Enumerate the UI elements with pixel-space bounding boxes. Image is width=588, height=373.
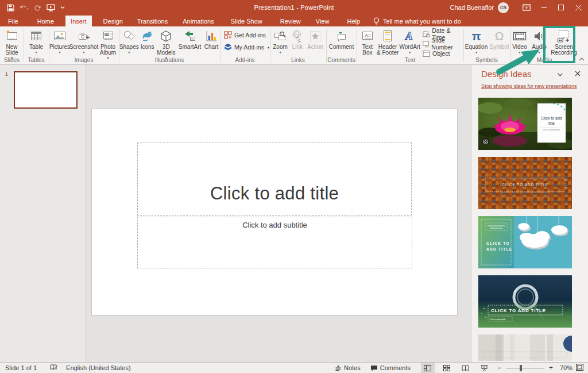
tab-view[interactable]: View — [311, 16, 335, 26]
group-label-images: Images — [49, 57, 119, 63]
fit-slide-icon[interactable] — [576, 364, 583, 372]
3d-models-button[interactable]: 3D Models ▾ — [156, 28, 177, 60]
wordart-button[interactable]: A WordArt ▾ — [399, 28, 420, 54]
tab-transitions[interactable]: Transitions — [132, 16, 173, 26]
language-status[interactable]: English (United States) — [66, 364, 131, 371]
icons-button[interactable]: Icons — [140, 28, 156, 50]
screenshot-button[interactable]: Screenshot ▾ — [71, 28, 97, 54]
tell-me-box[interactable]: Tell me what you want to do — [373, 16, 461, 26]
smartart-button[interactable]: SmartArt — [177, 28, 203, 50]
design-idea-water-lily[interactable]: Click to add title Click to add subtitle — [478, 98, 572, 150]
tab-design[interactable]: Design — [98, 16, 128, 26]
tab-insert[interactable]: Insert — [65, 16, 92, 26]
my-addins-button[interactable]: My Add-ins ▾ — [224, 43, 269, 51]
zoom-out-icon[interactable]: − — [497, 365, 501, 371]
stop-showing-ideas-link[interactable]: Stop showing ideas for new presentations — [481, 83, 577, 89]
subtitle-placeholder[interactable]: Click to add subtitle — [137, 217, 412, 268]
title-placeholder[interactable]: Click to add title — [137, 143, 412, 216]
slide-counter[interactable]: Slide 1 of 1 — [5, 364, 37, 371]
new-slide-button[interactable]: New Slide ▾ — [1, 28, 24, 60]
comment-icon — [335, 29, 349, 43]
comments-button[interactable]: Comments — [370, 364, 411, 371]
svg-text:title: title — [548, 121, 555, 125]
wordart-icon: A — [403, 29, 417, 43]
object-button[interactable]: Object — [423, 49, 463, 57]
slide-show-view-button[interactable] — [478, 363, 492, 373]
ribbon-tabs: File Home Insert Design Transitions Anim… — [0, 16, 588, 26]
my-addins-icon — [224, 43, 232, 51]
design-ideas-menu-chevron-icon[interactable] — [558, 72, 563, 78]
equation-button[interactable]: π Equation ▾ — [464, 28, 489, 54]
comment-button[interactable]: Comment — [328, 28, 355, 50]
avatar[interactable]: CB — [498, 2, 509, 13]
tab-home[interactable]: Home — [32, 16, 59, 26]
tab-review[interactable]: Review — [275, 16, 306, 26]
group-label-illustrations: Illustrations — [119, 57, 220, 63]
user-name[interactable]: Chad Buenaflor — [450, 4, 494, 11]
collapse-ribbon-icon[interactable] — [579, 56, 585, 62]
ribbon-group-text: A Text Box Header & Footer A WordArt ▾ D… — [357, 26, 463, 64]
zoom-in-icon[interactable]: + — [549, 365, 553, 371]
design-idea-orange-mosaic[interactable]: CLICK TO ADD TITLE — [478, 157, 572, 209]
ribbon-group-comments: Comment Comments — [326, 26, 357, 64]
zoom-slider-thumb[interactable] — [520, 365, 522, 371]
symbol-button: Ω Symbol — [489, 28, 510, 50]
design-ideas-close-icon[interactable] — [575, 70, 581, 78]
header-footer-icon — [381, 29, 394, 43]
photo-album-button[interactable]: Photo Album ▾ — [97, 28, 119, 60]
design-ideas-panel: Design Ideas Stop showing ideas for new … — [471, 65, 588, 362]
equation-pi-icon: π — [471, 29, 481, 43]
accessibility-check-icon[interactable] — [50, 364, 57, 372]
design-idea-paper-clouds[interactable]: CLICK TO ADD TITLE — [478, 216, 572, 268]
dropdown-arrow: ▾ — [279, 51, 281, 54]
text-box-button[interactable]: A Text Box — [359, 28, 376, 56]
ribbon-group-addins: Get Add-ins My Add-ins ▾ Add-ins — [220, 26, 270, 64]
3d-models-icon — [159, 29, 173, 43]
notes-button[interactable]: Notes — [335, 364, 361, 371]
get-addins-button[interactable]: Get Add-ins — [224, 31, 266, 39]
shapes-button[interactable]: Shapes ▾ — [119, 28, 140, 54]
tab-file[interactable]: File — [2, 16, 25, 26]
reading-view-button[interactable] — [459, 363, 473, 373]
title-bar: Presentation1 - PowerPoint Chad Buenaflo… — [0, 0, 588, 16]
slide-sorter-view-button[interactable] — [440, 363, 454, 373]
slide-thumbnail[interactable] — [14, 71, 78, 109]
zoom-level[interactable]: 70% — [553, 364, 572, 371]
date-time-icon — [423, 30, 430, 38]
notes-icon — [335, 365, 342, 371]
table-icon — [29, 29, 43, 43]
maximize-button[interactable] — [552, 0, 570, 15]
slide-show-icon — [481, 365, 488, 371]
zoom-button[interactable]: Zoom ▾ — [271, 28, 289, 54]
tab-help[interactable]: Help — [342, 16, 365, 26]
ribbon-display-options-icon[interactable] — [518, 0, 535, 15]
dropdown-arrow: ▾ — [83, 51, 84, 54]
close-button[interactable] — [570, 0, 587, 15]
design-idea-ocean-circle[interactable]: CLICK TO ADD TITLE Click to add subtitle — [478, 275, 572, 328]
tab-slide-show[interactable]: Slide Show — [226, 16, 268, 26]
svg-text:#: # — [426, 45, 427, 47]
ribbon-group-illustrations: Shapes ▾ Icons 3D Models ▾ SmartArt — [119, 26, 220, 64]
slide-number-button[interactable]: # Slide Number — [423, 40, 463, 48]
get-addins-icon — [224, 31, 232, 39]
photo-album-icon — [101, 29, 115, 43]
tell-me-label: Tell me what you want to do — [383, 18, 461, 25]
dropdown-arrow: ▾ — [538, 51, 540, 54]
header-footer-button[interactable]: Header & Footer — [376, 28, 400, 56]
pictures-button[interactable]: Pictures ▾ — [49, 28, 71, 54]
slide-editing-surface[interactable]: Click to add title Click to add subtitle — [92, 109, 457, 315]
normal-view-button[interactable] — [421, 363, 435, 373]
chart-button[interactable]: Chart — [203, 28, 220, 50]
table-button[interactable]: Table ▾ — [25, 28, 48, 54]
ribbon: New Slide ▾ Slides Table ▾ Tables — [0, 26, 588, 65]
design-idea-gray-texture[interactable] — [478, 334, 572, 361]
ribbon-group-images: Pictures ▾ Screenshot ▾ Photo Album ▾ Im… — [49, 26, 119, 64]
tab-animations[interactable]: Animations — [177, 16, 219, 26]
action-button: Action — [305, 28, 325, 50]
video-button[interactable]: Video ▾ — [510, 28, 529, 54]
minimize-button[interactable] — [535, 0, 552, 15]
zoom-slider-track[interactable] — [506, 368, 544, 368]
ribbon-group-symbols: π Equation ▾ Ω Symbol Symbols — [463, 26, 510, 64]
powerpoint-window: Presentation1 - PowerPoint Chad Buenaflo… — [0, 0, 588, 373]
svg-text:A: A — [405, 30, 413, 42]
